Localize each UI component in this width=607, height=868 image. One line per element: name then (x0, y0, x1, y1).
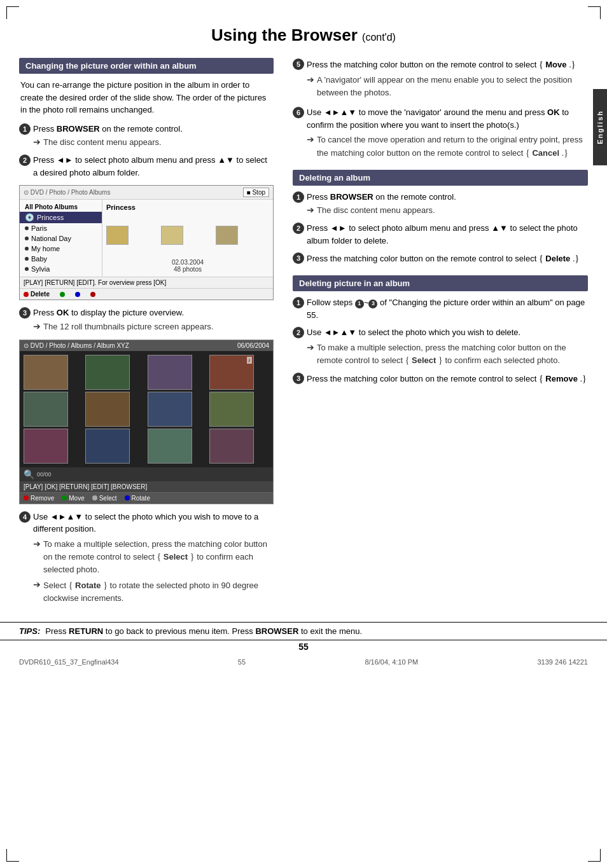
photo-thumb-10 (148, 429, 192, 464)
delpic-step-3: 3 Press the matching color button on the… (293, 372, 588, 385)
footer-right: 8/16/04, 4:10 PM (365, 658, 418, 666)
dot-icon (25, 237, 29, 240)
green-dot2 (62, 495, 67, 500)
right-column: 5 Press the matching color button on the… (286, 58, 588, 609)
dot2 (60, 291, 65, 298)
zoom-level: 00/00 (37, 471, 52, 478)
disc-icon: ⊙ DVD / Photo / Photo Albums (24, 189, 110, 196)
red-dot3 (24, 495, 29, 500)
dvd-delete-row: Delete (20, 288, 273, 300)
photo-thumb-1 (85, 355, 130, 390)
red-dot2 (90, 292, 95, 297)
blue-dot2 (125, 495, 130, 500)
album-sylvia[interactable]: Sylvia (20, 264, 102, 274)
photo-panel: ⊙ DVD / Photo / Albums / Album XYZ 06/06… (19, 340, 274, 504)
music-overlay: ♪ (247, 357, 252, 364)
footer-text: [PLAY] [OK] [RETURN] [EDIT] [BROWSER] (24, 483, 147, 490)
photo-thumb-8 (24, 429, 68, 464)
step-1: 1 Press BROWSER on the remote control. ➔… (19, 123, 274, 149)
arrow-icon3: ➔ (33, 578, 41, 591)
thumb-1 (106, 226, 129, 245)
dot4 (90, 291, 95, 298)
photo-thumb-6 (148, 392, 192, 427)
language-label: English (596, 110, 604, 144)
footer-left: DVDR610_615_37_Engfinal434 (19, 658, 119, 666)
green-dot (60, 292, 65, 297)
btn-select: Select (92, 495, 117, 502)
step-3-content: Press OK to display the picture overview… (33, 307, 274, 333)
delpic-step-2-content: Use ◄►▲▼ to select the photo which you w… (307, 326, 588, 367)
photo-panel-header: ⊙ DVD / Photo / Albums / Album XYZ 06/06… (20, 340, 273, 351)
photo-thumb-9 (85, 429, 130, 464)
photo-btn-row: Remove Move Select Rotate (20, 492, 273, 504)
step-5-move: 5 Press the matching color button on the… (293, 58, 588, 99)
page-title: Using the Browser (cont'd) (19, 13, 588, 52)
step-4: 4 Use ◄►▲▼ to select the photo which you… (19, 511, 274, 605)
arrow-icon: ➔ (33, 320, 41, 333)
footer-center: 55 (238, 658, 246, 666)
delpic-step-3-content: Press the matching color button on the r… (307, 372, 588, 385)
del-step-3: 3 Press the matching color button on the… (293, 252, 588, 265)
dvd-panel-1: ⊙ DVD / Photo / Photo Albums ■ Stop All … (19, 185, 274, 300)
left-body-text: You can re-arrange the picture position … (19, 79, 274, 116)
step-3: 3 Press OK to display the picture overvi… (19, 307, 274, 333)
del-step-num-3: 3 (293, 252, 304, 264)
album-princess[interactable]: 💿 Princess (20, 212, 102, 223)
blue-dot (75, 292, 80, 297)
step-6-content: Use ◄►▲▼ to move the 'navigator' around … (307, 106, 588, 160)
del-step-2-content: Press ◄► to select photo album menu and … (307, 222, 588, 247)
tips-bar: TIPS: Press RETURN to go back to previou… (0, 622, 607, 640)
tips-label: TIPS: (19, 626, 40, 636)
step-num-4: 4 (19, 511, 31, 523)
dot-icon (25, 267, 29, 271)
arrow-icon: ➔ (33, 135, 41, 149)
del-step-1-content: Press BROWSER on the remote control. ➔ T… (307, 191, 588, 217)
dvd-panel-right: Princess 02.03.200448 photos (102, 200, 273, 277)
step-1-content: Press BROWSER on the remote control. ➔ T… (33, 123, 274, 149)
corner-bl (6, 849, 19, 862)
album-baby[interactable]: Baby (20, 254, 102, 264)
cd-icon: 💿 (25, 213, 34, 222)
arrow-icon7: ➔ (307, 341, 314, 354)
dvd-thumbnails (105, 224, 270, 246)
arrow-icon4: ➔ (307, 73, 314, 86)
thumb-2 (161, 226, 183, 245)
album-paris[interactable]: Paris (20, 223, 102, 233)
album-nationalday[interactable]: National Day (20, 233, 102, 244)
btn-remove: Remove (24, 495, 54, 502)
delpic-step-num-1: 1 (293, 297, 304, 308)
step-num-6: 6 (293, 107, 304, 118)
album-list: All Photo Albums 💿 Princess Paris Nation… (20, 200, 102, 277)
photo-thumb-5 (85, 392, 130, 427)
delpic-step-1-content: Follow steps 1~3 of "Changing the pictur… (307, 296, 588, 321)
album-myhome[interactable]: My home (20, 244, 102, 254)
step-2: 2 Press ◄► to select photo album menu an… (19, 154, 274, 179)
zoom-icon: 🔍 (24, 469, 34, 479)
delpic-step-1: 1 Follow steps 1~3 of "Changing the pict… (293, 296, 588, 321)
step-2-content: Press ◄► to select photo album menu and … (33, 154, 274, 179)
delpic-step-num-2: 2 (293, 327, 304, 338)
album-name-right: Princess (105, 202, 270, 212)
photo-panel-bar: 🔍 00/00 (20, 467, 273, 481)
stop-button[interactable]: ■ Stop (243, 188, 269, 197)
dot-icon (25, 226, 29, 230)
corner-tr (588, 6, 601, 19)
delete-pic-header: Deleting picture in an album (293, 275, 588, 291)
page-number: 55 (0, 642, 607, 652)
arrow-icon2: ➔ (33, 537, 41, 551)
step-num-1: 1 (19, 123, 31, 135)
photo-panel-path: ⊙ DVD / Photo / Albums / Album XYZ (24, 342, 129, 349)
photo-thumb-11 (209, 429, 254, 464)
left-section-header: Changing the picture order within an alb… (19, 58, 274, 74)
photo-thumb-4 (24, 392, 68, 427)
step-6-move: 6 Use ◄►▲▼ to move the 'navigator' aroun… (293, 106, 588, 160)
delpic-step-2: 2 Use ◄►▲▼ to select the photo which you… (293, 326, 588, 367)
delpic-step-num-3: 3 (293, 373, 304, 384)
del-step-2: 2 Press ◄► to select photo album menu an… (293, 222, 588, 247)
corner-tl (6, 6, 19, 19)
step-5-content: Press the matching color button on the r… (307, 58, 588, 99)
corner-br (588, 849, 601, 862)
dvd-panel-body: All Photo Albums 💿 Princess Paris Nation… (20, 200, 273, 277)
grey-dot (92, 495, 97, 500)
footer-far-right: 3139 246 14221 (537, 658, 588, 666)
